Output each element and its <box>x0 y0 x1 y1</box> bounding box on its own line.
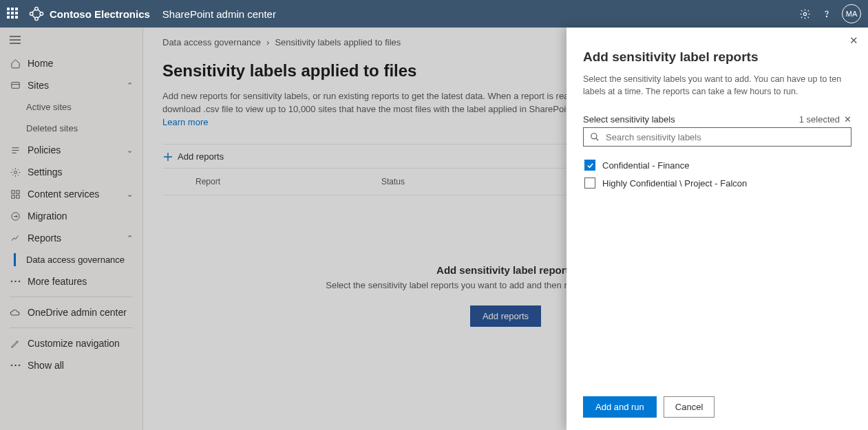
selected-count: 1 selected <box>799 114 840 125</box>
search-input[interactable] <box>606 132 845 142</box>
side-panel: ✕ Add sensitivity label reports Select t… <box>567 28 868 430</box>
label-option-1[interactable]: Highly Confidential \ Project - Falcon <box>583 174 851 192</box>
app-launcher-icon[interactable] <box>7 8 19 20</box>
svg-point-4 <box>803 12 806 15</box>
search-box[interactable] <box>583 127 851 147</box>
cancel-button[interactable]: Cancel <box>664 396 714 418</box>
close-icon[interactable]: ✕ <box>849 34 858 47</box>
checkbox-unchecked-icon[interactable] <box>584 178 595 189</box>
add-and-run-button[interactable]: Add and run <box>583 396 657 418</box>
svg-point-5 <box>826 16 827 17</box>
panel-description: Select the sensitivity labels you want t… <box>583 73 851 98</box>
svg-point-19 <box>591 133 597 139</box>
checkbox-checked-icon[interactable] <box>584 160 595 171</box>
help-icon[interactable] <box>816 3 838 25</box>
search-icon <box>589 131 600 142</box>
settings-icon[interactable] <box>794 3 816 25</box>
app-name: SharePoint admin center <box>162 8 276 20</box>
select-labels-label: Select sensitivity labels <box>583 114 675 125</box>
clear-selection[interactable]: 1 selected ✕ <box>799 114 851 125</box>
close-icon: ✕ <box>844 114 851 125</box>
topbar: Contoso Electronics SharePoint admin cen… <box>0 0 868 28</box>
panel-label-row: Select sensitivity labels 1 selected ✕ <box>583 114 851 125</box>
label-option-text: Confidential - Finance <box>602 160 689 171</box>
label-option-text: Highly Confidential \ Project - Falcon <box>602 178 747 189</box>
brand-name: Contoso Electronics <box>50 8 150 20</box>
user-avatar[interactable]: MA <box>842 4 861 23</box>
panel-footer: Add and run Cancel <box>583 387 851 418</box>
label-option-0[interactable]: Confidential - Finance <box>583 156 851 174</box>
brand-logo-icon <box>29 6 44 21</box>
avatar-initials: MA <box>846 10 858 18</box>
panel-title: Add sensitivity label reports <box>583 50 851 65</box>
